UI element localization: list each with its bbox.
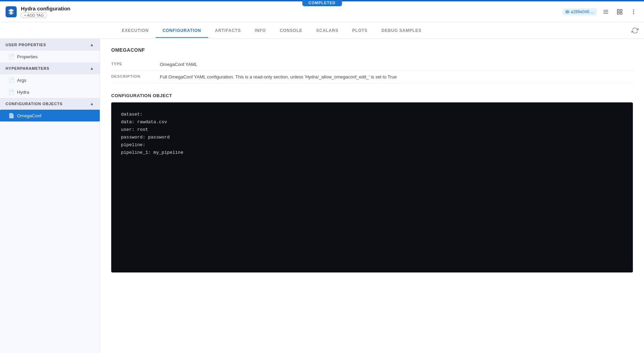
task-id-value: a288e046....: [571, 9, 594, 14]
section-title: OMEGACONF: [111, 47, 633, 53]
tab-plots[interactable]: PLOTS: [345, 23, 374, 38]
page-title: Hydra configuration: [21, 6, 71, 11]
svg-point-7: [633, 10, 634, 10]
tab-execution[interactable]: EXECUTION: [115, 23, 155, 38]
tab-configuration[interactable]: CONFIGURATION: [156, 23, 208, 38]
header-actions: ID a288e046....: [563, 7, 638, 17]
hyperparameters-label: HYPERPARAMETERS: [6, 66, 49, 70]
svg-rect-6: [620, 12, 622, 14]
tab-scalars[interactable]: SCALARS: [309, 23, 345, 38]
code-line-6: pipeline_1: my_pipeline: [121, 150, 183, 155]
description-row: DESCRIPTION Full OmegaConf YAML configur…: [111, 71, 633, 83]
list-view-button[interactable]: [601, 7, 611, 17]
sidebar-section-configuration-objects[interactable]: CONFIGURATION OBJECTS ▲: [0, 98, 100, 110]
sidebar-item-args[interactable]: 📄 Args: [0, 74, 100, 86]
code-line-4: password: password: [121, 135, 170, 140]
document-icon-2: 📄: [8, 77, 14, 83]
omegaconf-label: OmegaConf: [17, 113, 41, 118]
config-object-title: CONFIGURATION OBJECT: [111, 93, 633, 98]
properties-label: Properties: [17, 54, 38, 59]
tab-info[interactable]: INFO: [248, 23, 273, 38]
sidebar-item-hydra[interactable]: 📄 Hydra: [0, 86, 100, 98]
layout-icon: [617, 9, 623, 15]
args-label: Args: [17, 78, 26, 83]
app-logo: [6, 6, 17, 17]
code-line-3: user: root: [121, 127, 148, 132]
sidebar-item-properties[interactable]: 📄 Properties: [0, 51, 100, 62]
completed-badge: COMPLETED: [302, 0, 342, 6]
description-label: DESCRIPTION: [111, 71, 160, 83]
svg-point-9: [633, 13, 634, 14]
task-id: ID a288e046....: [563, 8, 597, 15]
tab-debug-samples[interactable]: DEBUG SAMPLES: [374, 23, 428, 38]
chevron-up-icon: ▲: [90, 42, 94, 47]
configuration-objects-label: CONFIGURATION OBJECTS: [6, 102, 63, 106]
refresh-icon: [631, 27, 638, 34]
code-block: dataset: data: rawdata.csv user: root pa…: [111, 102, 633, 272]
refresh-button[interactable]: [631, 22, 638, 39]
id-icon: ID: [565, 10, 569, 14]
type-label: TYPE: [111, 58, 160, 71]
sidebar-section-user-properties[interactable]: USER PROPERTIES ▲: [0, 39, 100, 51]
logo-icon: [8, 8, 15, 15]
svg-rect-3: [617, 9, 619, 11]
svg-point-8: [633, 11, 634, 12]
code-line-2: data: rawdata.csv: [121, 119, 167, 125]
list-icon: [603, 9, 609, 15]
tab-artifacts[interactable]: ARTIFACTS: [208, 23, 248, 38]
layout-button[interactable]: [615, 7, 625, 17]
type-value: OmegaConf YAML: [160, 58, 633, 71]
sidebar: USER PROPERTIES ▲ 📄 Properties HYPERPARA…: [0, 39, 100, 353]
chevron-up-icon-2: ▲: [90, 66, 94, 71]
info-table: TYPE OmegaConf YAML DESCRIPTION Full Ome…: [111, 58, 633, 83]
main-layout: USER PROPERTIES ▲ 📄 Properties HYPERPARA…: [0, 39, 644, 353]
chevron-up-icon-3: ▲: [90, 101, 94, 106]
nav-tabs: EXECUTION CONFIGURATION ARTIFACTS INFO C…: [0, 22, 644, 39]
code-line-5: pipeline:: [121, 142, 145, 148]
document-icon-4: 📄: [8, 113, 14, 118]
menu-button[interactable]: [629, 7, 638, 17]
tab-console[interactable]: CONSOLE: [273, 23, 309, 38]
type-row: TYPE OmegaConf YAML: [111, 58, 633, 71]
header-title-section: Hydra configuration + ADD TAG: [21, 6, 71, 18]
menu-icon: [630, 9, 637, 15]
user-properties-label: USER PROPERTIES: [6, 43, 46, 47]
document-icon: 📄: [8, 54, 14, 59]
hydra-label: Hydra: [17, 90, 29, 95]
description-value: Full OmegaConf YAML configuration. This …: [160, 71, 633, 83]
svg-rect-5: [617, 12, 619, 14]
code-line-1: dataset:: [121, 112, 142, 117]
sidebar-item-omegaconf[interactable]: 📄 OmegaConf: [0, 110, 100, 121]
sidebar-section-hyperparameters[interactable]: HYPERPARAMETERS ▲: [0, 62, 100, 74]
svg-rect-4: [620, 9, 622, 11]
main-content: OMEGACONF TYPE OmegaConf YAML DESCRIPTIO…: [100, 39, 644, 353]
document-icon-3: 📄: [8, 89, 14, 95]
add-tag-button[interactable]: + ADD TAG: [21, 12, 47, 18]
